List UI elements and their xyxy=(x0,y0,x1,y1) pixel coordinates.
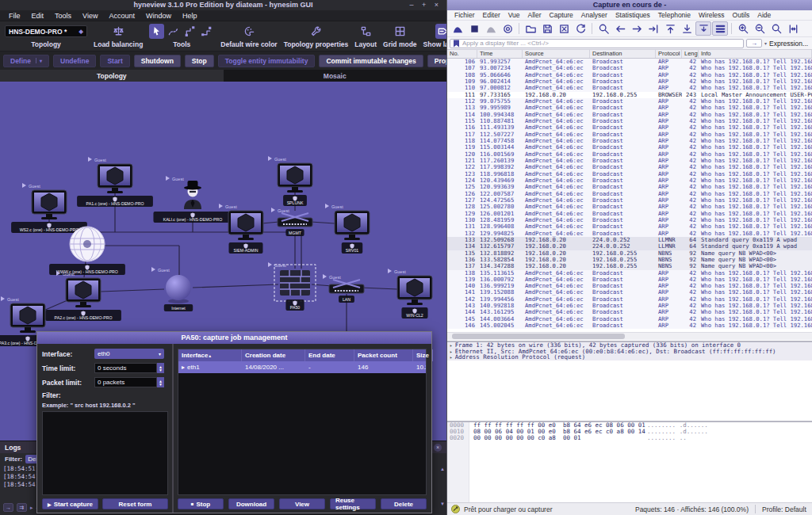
topology-edge[interactable] xyxy=(193,284,278,288)
go-to-packet-icon[interactable] xyxy=(645,21,661,36)
menu-item-editer[interactable]: Editer xyxy=(479,11,504,19)
packet-list-hscrollbar[interactable] xyxy=(447,332,812,340)
column-header-time[interactable]: Time xyxy=(477,50,523,58)
hex-row[interactable]: 002000 00 00 00 00 00 c0 a8 00 01.......… xyxy=(447,435,812,441)
menu-item-aide[interactable]: Aide xyxy=(753,11,775,19)
packet-row[interactable]: 141139.152088AmdPcnet_64:e6:ecBroadcastA… xyxy=(447,289,812,296)
packet-row[interactable]: 116111.493139AmdPcnet_64:e6:ecBroadcastA… xyxy=(447,124,812,131)
packet-row[interactable]: 144143.161295AmdPcnet_64:e6:ecBroadcastA… xyxy=(447,309,812,315)
packet-row[interactable]: 139136.000792AmdPcnet_64:e6:ecBroadcastA… xyxy=(447,277,812,283)
hyneview-titlebar[interactable]: hyneview 3.1.0 Pro Edition by diateam - … xyxy=(0,0,446,10)
topology-node-monitor[interactable]: GuestPA2.c (one) - HNS-DEMO-PRO xyxy=(45,271,121,321)
display-filter-input[interactable]: Apply a display filter ... <Ctrl-/> xyxy=(450,39,744,48)
zoom-out-icon[interactable] xyxy=(752,21,768,36)
packet-row[interactable]: 124120.439469AmdPcnet_64:e6:ecBroadcastA… xyxy=(447,177,812,184)
topology-edge[interactable] xyxy=(262,222,279,223)
shutdown-button[interactable]: Shutdown xyxy=(134,55,181,67)
expand-arrow-icon[interactable]: ▸ xyxy=(450,349,453,354)
expert-info-icon[interactable] xyxy=(451,505,460,513)
open-file-icon[interactable] xyxy=(523,21,538,36)
connector-a-tool-icon[interactable] xyxy=(182,24,197,39)
detail-row[interactable]: ▸Ethernet II, Src: AmdPcnet_64:e6:ec (00… xyxy=(447,349,812,355)
topology-node-monitor[interactable]: GuestWIN-CL2 xyxy=(388,269,432,319)
close-icon[interactable]: × xyxy=(434,444,442,452)
wire-tool-icon[interactable] xyxy=(166,24,181,39)
jobs-col-end-date[interactable]: End date xyxy=(305,349,354,361)
resize-columns-icon[interactable] xyxy=(785,21,801,36)
grid-mode-icon[interactable] xyxy=(393,24,408,39)
capture-options-icon[interactable] xyxy=(500,21,515,36)
zoom-in-icon[interactable] xyxy=(735,21,751,36)
menu-item-aller[interactable]: Aller xyxy=(524,11,546,19)
tab-topology[interactable]: Topology xyxy=(0,70,224,82)
reset-form-button[interactable]: Reset form xyxy=(102,498,168,509)
auto-scroll-icon[interactable] xyxy=(695,21,711,36)
column-header-destination[interactable]: Destination xyxy=(590,50,656,58)
packet-row[interactable]: 146145.002045AmdPcnet_64:e6:ecBroadcastA… xyxy=(447,322,812,329)
logs-scrollbar[interactable]: ▲▼ xyxy=(440,467,445,506)
stop-button[interactable]: ■Stop xyxy=(178,498,224,509)
packet-row[interactable]: 126122.007587AmdPcnet_64:e6:ecBroadcastA… xyxy=(447,191,812,197)
column-header-length[interactable]: Length xyxy=(682,50,699,58)
packet-list[interactable]: 10691.993257AmdPcnet_64:e6:ecBroadcastAR… xyxy=(447,59,812,330)
stop-button[interactable]: Stop xyxy=(185,55,214,67)
time-limit-stepper[interactable]: 0 seconds ▲▼ xyxy=(94,363,164,373)
packet-row[interactable]: 142139.994456AmdPcnet_64:e6:ecBroadcastA… xyxy=(447,296,812,303)
packet-limit-stepper[interactable]: 0 packets ▲▼ xyxy=(94,377,164,387)
download-button[interactable]: Download xyxy=(228,498,274,509)
packet-row[interactable]: 140136.999219AmdPcnet_64:e6:ecBroadcastA… xyxy=(447,283,812,289)
export-log-icon[interactable]: → xyxy=(3,503,13,512)
go-bottom-icon[interactable] xyxy=(679,21,695,36)
menu-item-tools[interactable]: Tools xyxy=(49,12,77,20)
wireshark-titlebar[interactable]: Capture en cours de - xyxy=(447,0,812,10)
topology-node-firewall[interactable]: GuestPA50 xyxy=(268,262,316,311)
packet-row[interactable]: 117112.507227AmdPcnet_64:e6:ecBroadcastA… xyxy=(447,132,812,138)
jobs-col-creation-date[interactable]: Creation date xyxy=(242,349,305,361)
packet-row[interactable]: 119115.003144AmdPcnet_64:e6:ecBroadcastA… xyxy=(447,144,812,151)
topology-node-globe[interactable]: WWW.c (one) - HNS-DEMO-PRO xyxy=(49,227,125,275)
topology-properties-icon[interactable] xyxy=(308,24,324,39)
packet-row[interactable]: 11299.075755AmdPcnet_64:e6:ecBroadcastAR… xyxy=(447,98,812,105)
view-button[interactable]: View xyxy=(279,498,325,509)
menu-item-window[interactable]: Window xyxy=(140,12,177,20)
log-next-icon[interactable]: ▸ xyxy=(30,505,33,511)
menu-item-capture[interactable]: Capture xyxy=(546,11,577,19)
connector-b-tool-icon[interactable] xyxy=(199,24,214,39)
topology-edge[interactable] xyxy=(101,289,164,292)
packet-row[interactable]: 123118.996818AmdPcnet_64:e6:ecBroadcastA… xyxy=(447,171,812,177)
tab-mosaic[interactable]: Mosaic xyxy=(224,70,447,82)
start-capture-icon[interactable] xyxy=(450,21,465,36)
detail-row[interactable]: ▸Frame 1: 42 bytes on wire (336 bits), 4… xyxy=(447,342,812,349)
topology-node-monitor[interactable]: GuestPA1.c (one) - HNS-DEMO-PRO xyxy=(77,157,153,207)
packet-row[interactable]: 11097.000812AmdPcnet_64:e6:ecBroadcastAR… xyxy=(447,85,812,91)
menu-item-vue[interactable]: Vue xyxy=(504,11,524,19)
packet-row[interactable]: 129126.001201AmdPcnet_64:e6:ecBroadcastA… xyxy=(447,211,812,217)
column-header-info[interactable]: Info xyxy=(699,50,812,58)
packet-row[interactable]: 133132.509268192.168.0.20224.0.0.252LLMN… xyxy=(447,237,812,243)
hscrollbar-thumb[interactable] xyxy=(452,334,625,339)
menu-item-edit[interactable]: Edit xyxy=(26,12,50,20)
row-expander-icon[interactable]: ▸ xyxy=(182,364,185,371)
topology-edge[interactable] xyxy=(361,288,397,289)
jobs-table-row[interactable]: ▸ eth1 14/08/2020 ... - 146 10.28 KiB xyxy=(178,361,426,373)
spinner-arrows-icon[interactable]: ▲▼ xyxy=(157,363,164,373)
packet-row[interactable]: 127124.472565AmdPcnet_64:e6:ecBroadcastA… xyxy=(447,197,812,204)
chevron-down-icon[interactable]: ▾ xyxy=(764,40,767,46)
menu-item-wireless[interactable]: Wireless xyxy=(695,11,729,19)
colorize-icon[interactable] xyxy=(712,21,728,36)
packet-row[interactable]: 136133.582854192.168.0.20192.168.0.255NB… xyxy=(447,257,812,263)
topology-node-monitor[interactable]: GuestWS2.c (one) - HNS-DEMO-PRO xyxy=(11,183,87,233)
packet-row[interactable]: 125120.993639AmdPcnet_64:e6:ecBroadcastA… xyxy=(447,184,812,190)
close-file-icon[interactable] xyxy=(556,21,572,36)
stop-capture-icon[interactable] xyxy=(466,21,482,36)
packet-row[interactable]: 131128.996408AmdPcnet_64:e6:ecBroadcastA… xyxy=(447,223,812,230)
packet-row[interactable]: 10691.993257AmdPcnet_64:e6:ecBroadcastAR… xyxy=(447,59,812,65)
go-back-icon[interactable] xyxy=(612,21,628,36)
interface-select[interactable]: eth0 ▾ xyxy=(94,349,164,359)
expression-button[interactable]: Expression... xyxy=(769,40,810,48)
packet-row[interactable]: 118114.077458AmdPcnet_64:e6:ecBroadcastA… xyxy=(447,138,812,144)
topology-node-monitor[interactable]: GuestSPLUNK xyxy=(268,156,312,206)
apply-filter-button[interactable]: → xyxy=(746,39,762,48)
expand-arrow-icon[interactable]: ▸ xyxy=(450,354,453,360)
spinner-arrows-icon[interactable]: ▲▼ xyxy=(157,377,164,387)
